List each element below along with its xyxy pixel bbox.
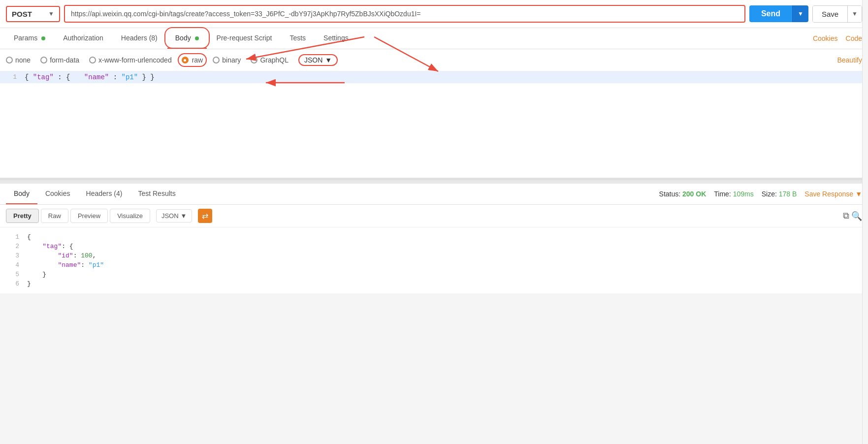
- option-graphql[interactable]: GraphQL: [251, 56, 289, 64]
- method-arrow-icon: ▼: [48, 10, 54, 17]
- fmt-pretty[interactable]: Pretty: [6, 209, 39, 223]
- resp-line-1: 1 {: [0, 232, 868, 242]
- resp-json-dropdown[interactable]: JSON ▼: [156, 209, 193, 222]
- request-tabs: Params Authorization Headers (8) Body Pr…: [0, 28, 868, 49]
- radio-graphql: [251, 57, 257, 63]
- radio-binary: [213, 57, 220, 63]
- radio-form-data: [40, 57, 47, 63]
- status-value: 200 OK: [682, 190, 706, 198]
- tab-params[interactable]: Params: [6, 28, 53, 49]
- resp-tab-cookies[interactable]: Cookies: [37, 184, 78, 204]
- tab-tests[interactable]: Tests: [282, 28, 314, 49]
- response-tabs: Body Cookies Headers (4) Test Results St…: [0, 184, 868, 205]
- code-line-1: 1 { "tag" : { "name" : "p1" } }: [0, 71, 868, 83]
- tab-pre-request[interactable]: Pre-request Script: [209, 28, 280, 49]
- radio-none: [6, 57, 13, 63]
- code-editor[interactable]: 1 { "tag" : { "name" : "p1" } }: [0, 71, 868, 180]
- fmt-raw[interactable]: Raw: [41, 209, 68, 223]
- option-raw[interactable]: raw: [182, 56, 203, 64]
- tab-body[interactable]: Body: [167, 28, 207, 49]
- copy-button[interactable]: ⧉: [843, 211, 849, 221]
- option-urlencoded[interactable]: x-www-form-urlencoded: [89, 56, 172, 64]
- fmt-preview[interactable]: Preview: [70, 209, 108, 223]
- resp-line-5: 5 }: [0, 270, 868, 279]
- cookies-code-links: Cookies Code: [813, 34, 862, 42]
- resp-tab-body[interactable]: Body: [6, 184, 37, 204]
- top-bar: POST ▼ Send ▼ Save ▼: [0, 0, 868, 28]
- size-value: 178 B: [779, 190, 797, 198]
- save-response-button[interactable]: Save Response ▼: [804, 190, 862, 198]
- wrap-icon-button[interactable]: ⇄: [198, 209, 212, 223]
- body-options: none form-data x-www-form-urlencoded raw…: [0, 49, 868, 71]
- option-form-data[interactable]: form-data: [40, 56, 79, 64]
- radio-urlencoded: [89, 57, 96, 63]
- tab-authorization[interactable]: Authorization: [55, 28, 111, 49]
- option-none[interactable]: none: [6, 56, 31, 64]
- resp-line-2: 2 "tag": {: [0, 242, 868, 251]
- resp-line-6: 6 }: [0, 279, 868, 288]
- radio-raw: [182, 57, 189, 63]
- tab-settings[interactable]: Settings: [316, 28, 356, 49]
- resp-line-3: 3 "id": 100,: [0, 251, 868, 260]
- cookies-link[interactable]: Cookies: [813, 34, 838, 42]
- resp-line-4: 4 "name": "p1": [0, 260, 868, 270]
- save-btn-group: Save ▼: [812, 5, 862, 23]
- code-link[interactable]: Code: [846, 34, 862, 42]
- url-input[interactable]: [64, 5, 745, 23]
- save-button[interactable]: Save: [813, 6, 847, 22]
- body-dot: [195, 36, 199, 40]
- response-meta: Status: 200 OK Time: 109ms Size: 178 B S…: [659, 190, 862, 198]
- search-button[interactable]: 🔍: [851, 211, 862, 222]
- json-format-dropdown[interactable]: JSON ▼: [298, 54, 338, 66]
- save-dropdown-button[interactable]: ▼: [847, 6, 862, 22]
- time-value: 109ms: [733, 190, 754, 198]
- send-dropdown-button[interactable]: ▼: [792, 5, 808, 22]
- resp-tab-headers[interactable]: Headers (4): [78, 184, 130, 204]
- beautify-button[interactable]: Beautify: [837, 56, 862, 64]
- method-select[interactable]: POST ▼: [6, 6, 60, 22]
- response-format-bar: Pretty Raw Preview Visualize JSON ▼ ⇄ ⧉ …: [0, 205, 868, 227]
- fmt-visualize[interactable]: Visualize: [110, 209, 150, 223]
- tab-headers[interactable]: Headers (8): [113, 28, 165, 49]
- response-section: Body Cookies Headers (4) Test Results St…: [0, 184, 868, 293]
- send-btn-group: Send ▼: [749, 5, 808, 22]
- send-button[interactable]: Send: [749, 5, 792, 22]
- resp-tab-test-results[interactable]: Test Results: [130, 184, 183, 204]
- response-body: 1 { 2 "tag": { 3 "id": 100, 4 ": [0, 227, 868, 293]
- method-label: POST: [12, 10, 32, 18]
- params-dot: [41, 36, 45, 40]
- section-divider: [0, 180, 868, 184]
- option-binary[interactable]: binary: [213, 56, 241, 64]
- window-scrollbar[interactable]: [862, 0, 868, 444]
